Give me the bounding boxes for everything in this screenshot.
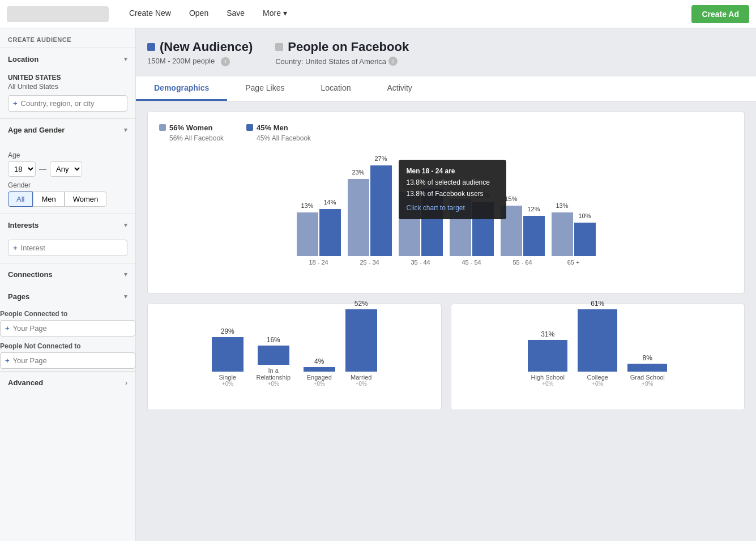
- women-legend: 56% Women 56% All Facebook: [159, 123, 224, 142]
- interests-content: +: [0, 236, 135, 263]
- women-sub-label: 56% All Facebook: [169, 134, 224, 142]
- main-layout: CREATE AUDIENCE Location ▾ UNITED STATES…: [0, 28, 756, 541]
- facebook-audience-sub: Country: United States of America i: [275, 57, 409, 66]
- plus-icon: +: [13, 244, 18, 252]
- sidebar-section-age-gender: Age and Gender ▾ Age 182125 — Any2434445…: [0, 118, 135, 214]
- men-bar[interactable]: 12%: [523, 216, 545, 256]
- age-label: Age: [8, 151, 127, 159]
- not-connected-page-input[interactable]: [13, 356, 130, 365]
- sidebar: CREATE AUDIENCE Location ▾ UNITED STATES…: [0, 28, 136, 541]
- topbar: Create New Open Save More ▾ Create Ad: [0, 0, 756, 28]
- audience-header: (New Audience) 150M - 200M people i Peop…: [147, 40, 745, 66]
- men-legend-icon: [246, 124, 253, 131]
- plus-icon: +: [5, 324, 10, 333]
- women-bar[interactable]: 23%: [348, 179, 369, 256]
- topbar-logo: [7, 6, 109, 22]
- men-bar[interactable]: 10%: [574, 223, 596, 256]
- gender-men-button[interactable]: Men: [33, 191, 64, 207]
- chevron-down-icon: ▾: [124, 221, 127, 229]
- create-ad-button[interactable]: Create Ad: [691, 5, 749, 23]
- rel-bar[interactable]: [212, 337, 244, 372]
- blue-square-icon: [147, 43, 155, 51]
- gender-all-button[interactable]: All: [8, 191, 33, 207]
- connected-page-input-wrapper[interactable]: +: [0, 320, 135, 336]
- sidebar-section-connections: Connections ▾ Pages ▾ People Connected t…: [0, 263, 135, 371]
- info-icon[interactable]: i: [388, 57, 398, 66]
- gender-row: All Men Women: [8, 191, 127, 207]
- create-new-button[interactable]: Create New: [120, 0, 180, 28]
- edu-bar[interactable]: [578, 309, 617, 372]
- age-gender-content: Age 182125 — Any243444546465+ Gender All…: [0, 143, 135, 214]
- sidebar-title: CREATE AUDIENCE: [0, 28, 135, 48]
- education-chart-card: 31%High School+0%61%College+0%8%Grad Sch…: [451, 304, 745, 410]
- gender-women-button[interactable]: Women: [65, 191, 107, 207]
- new-audience-title: (New Audience): [147, 40, 253, 54]
- age-from-select[interactable]: 182125: [8, 161, 36, 177]
- topbar-nav: Create New Open Save More ▾: [120, 0, 691, 28]
- location-input[interactable]: [21, 99, 122, 108]
- men-bar[interactable]: 27%: [370, 165, 392, 256]
- rel-bar[interactable]: [258, 346, 289, 365]
- age-to-select[interactable]: Any243444546465+: [50, 161, 82, 177]
- interest-input[interactable]: [21, 244, 122, 252]
- sidebar-section-location: Location ▾ UNITED STATES All United Stat…: [0, 48, 135, 118]
- rel-bar-group[interactable]: 29%Single+0%: [212, 327, 244, 387]
- connected-label: People Connected to: [0, 310, 135, 318]
- new-audience-info: (New Audience) 150M - 200M people i: [147, 40, 253, 66]
- rel-bar-group[interactable]: 16%In a Relationship+0%: [254, 336, 293, 387]
- pages-header[interactable]: Pages ▾: [0, 286, 135, 308]
- tooltip-cta[interactable]: Click chart to target: [407, 202, 498, 214]
- connected-page-input[interactable]: [13, 324, 130, 333]
- gray-square-icon: [275, 43, 283, 51]
- open-button[interactable]: Open: [180, 0, 217, 28]
- chevron-down-icon: ▾: [283, 8, 287, 18]
- women-bar[interactable]: 13%: [552, 212, 573, 256]
- age-dash: —: [39, 165, 46, 173]
- location-input-wrapper[interactable]: +: [8, 95, 127, 112]
- bar-group[interactable]: 13%14%18 - 24: [297, 209, 341, 266]
- rel-bar[interactable]: [304, 367, 335, 372]
- rel-bar-group[interactable]: 4%Engaged+0%: [304, 357, 335, 387]
- demographics-bar-chart: 13%14%18 - 2423%27%25 - 34Men 18 - 24 ar…: [159, 157, 733, 282]
- rel-bar-group[interactable]: 52%Married+0%: [345, 300, 377, 387]
- tab-demographics[interactable]: Demographics: [136, 76, 227, 101]
- tab-location[interactable]: Location: [303, 76, 369, 101]
- save-button[interactable]: Save: [217, 0, 254, 28]
- men-sub-label: 45% All Facebook: [257, 134, 311, 142]
- women-bar[interactable]: 13%: [297, 212, 318, 256]
- edu-bar[interactable]: [627, 364, 667, 372]
- not-connected-label: People Not Connected to: [0, 342, 135, 350]
- facebook-audience-info: People on Facebook Country: United State…: [275, 40, 409, 66]
- bar-tooltip: Men 18 - 24 are 13.8% of selected audien…: [399, 160, 506, 220]
- more-button[interactable]: More ▾: [254, 0, 296, 28]
- bar-group[interactable]: 13%10%65 +: [552, 212, 596, 266]
- relationship-bar-chart: 29%Single+0%16%In a Relationship+0%4%Eng…: [155, 313, 434, 404]
- country-sub: All United States: [8, 83, 127, 91]
- tab-activity[interactable]: Activity: [369, 76, 430, 101]
- tabs: Demographics Page Likes Location Activit…: [136, 76, 756, 101]
- age-gender-header[interactable]: Age and Gender ▾: [0, 119, 135, 141]
- bar-group[interactable]: 23%27%25 - 34Men 18 - 24 are 13.8% of se…: [348, 165, 392, 266]
- info-icon[interactable]: i: [221, 57, 230, 66]
- not-connected-page-input-wrapper[interactable]: +: [0, 352, 135, 369]
- pages-content: People Connected to + People Not Connect…: [0, 308, 135, 371]
- edu-bar-group[interactable]: 8%Grad School+0%: [627, 354, 667, 387]
- interest-input-wrapper[interactable]: +: [8, 240, 127, 256]
- demographics-chart-container: 56% Women 56% All Facebook 45% Men 45% A…: [147, 112, 745, 293]
- gender-label: Gender: [8, 181, 127, 189]
- sidebar-section-interests: Interests ▾ +: [0, 214, 135, 263]
- men-bar[interactable]: 14%: [319, 209, 341, 256]
- men-legend: 45% Men 45% All Facebook: [246, 123, 311, 142]
- plus-icon: +: [5, 356, 10, 365]
- location-header[interactable]: Location ▾: [0, 48, 135, 70]
- edu-bar-group[interactable]: 61%College+0%: [578, 300, 617, 387]
- edu-bar[interactable]: [528, 340, 567, 372]
- advanced-section[interactable]: Advanced ›: [0, 371, 135, 394]
- bar-group[interactable]: 15%12%55 - 64: [501, 206, 545, 266]
- interests-header[interactable]: Interests ▾: [0, 214, 135, 236]
- edu-bar-group[interactable]: 31%High School+0%: [528, 330, 567, 387]
- rel-bar[interactable]: [345, 309, 377, 372]
- tab-page-likes[interactable]: Page Likes: [227, 76, 302, 101]
- arrow-right-icon: ›: [125, 378, 127, 387]
- connections-header[interactable]: Connections ▾: [0, 263, 135, 286]
